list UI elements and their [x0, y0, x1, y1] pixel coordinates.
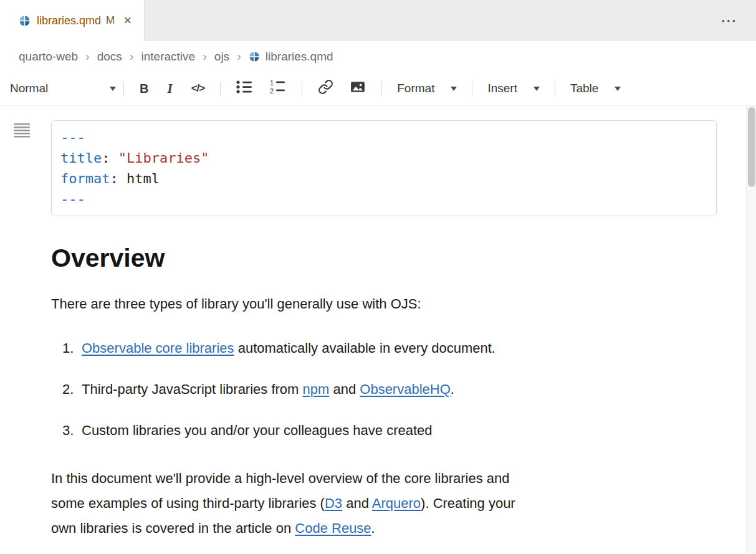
block-drag-handle-icon[interactable] [14, 122, 31, 141]
breadcrumb-separator: › [237, 49, 241, 64]
bullet-list-button[interactable] [230, 77, 259, 100]
paragraph-line: some examples of using third-party libra… [51, 491, 717, 516]
paragraph-style-select[interactable]: Normal [9, 82, 116, 95]
image-icon [350, 79, 366, 98]
format-menu-label: Format [397, 82, 434, 95]
breadcrumb-separator: › [85, 49, 90, 64]
yaml-entry-title: title: "Libraries" [60, 148, 707, 168]
toolbar-divider [302, 82, 302, 96]
link-icon [318, 79, 333, 98]
yaml-open-fence: --- [60, 127, 707, 148]
list-number: 3. [62, 421, 82, 440]
yaml-entry-format: format: html [60, 168, 707, 189]
doc-link[interactable]: ObservableHQ [360, 381, 451, 397]
list-item: 1. Observable core libraries automatical… [62, 338, 717, 358]
breadcrumb: quarto-web › docs › interactive › ojs › … [0, 41, 756, 72]
text-run: automatically available in every documen… [234, 340, 495, 356]
list-item: 2. Third-party JavaScript libraries from… [62, 380, 717, 399]
doc-link[interactable]: Code Reuse [295, 520, 371, 536]
list-item-text: Observable core libraries automatically … [82, 338, 495, 358]
breadcrumb-separator: › [130, 49, 134, 64]
bold-button[interactable]: B [133, 79, 155, 98]
tab-title: libraries.qmd [37, 14, 101, 27]
breadcrumb-separator: › [203, 49, 207, 64]
text-run: and [329, 381, 360, 397]
close-tab-icon[interactable]: × [123, 14, 132, 27]
text-run: own libraries is covered in the article … [51, 520, 295, 536]
doc-link[interactable]: D3 [325, 495, 342, 511]
scrollbar-thumb[interactable] [748, 107, 755, 187]
chevron-down-icon [451, 87, 457, 91]
chevron-down-icon [615, 87, 621, 91]
table-menu-label: Table [570, 82, 598, 95]
bullet-list-icon [236, 79, 253, 98]
list-item-text: Custom libraries you and/or your colleag… [82, 421, 433, 440]
tabbar-empty-space [145, 0, 702, 41]
text-run: . [371, 520, 375, 536]
text-run: . [451, 381, 454, 397]
text-run: ). Creating your [421, 495, 515, 511]
quarto-icon [249, 51, 260, 62]
vertical-scrollbar[interactable] [746, 106, 756, 554]
insert-link-button[interactable] [312, 77, 340, 100]
yaml-close-fence: --- [60, 189, 707, 209]
numbered-list-icon: 1 2 [269, 79, 286, 98]
list-number: 1. [62, 338, 82, 358]
breadcrumb-file-label: libraries.qmd [266, 50, 333, 64]
format-menu[interactable]: Format [393, 79, 461, 98]
paragraph-line: In this document we'll provide a high-le… [51, 466, 717, 491]
code-button[interactable]: </> [185, 80, 211, 97]
heading-overview: Overview [51, 244, 717, 272]
quarto-icon [19, 15, 31, 27]
breadcrumb-item-interactive[interactable]: interactive [141, 50, 196, 64]
editor-canvas[interactable]: --- title: "Libraries" format: html --- … [0, 106, 756, 554]
list-item: 3. Custom libraries you and/or your coll… [62, 421, 717, 440]
doc-link[interactable]: npm [303, 381, 330, 397]
document-body[interactable]: --- title: "Libraries" format: html --- … [0, 106, 756, 541]
editor-tab[interactable]: libraries.qmd M × [0, 0, 145, 41]
formatting-toolbar: Normal B I </> 1 2 [0, 72, 756, 106]
text-run: Third-party JavaScript libraries from [82, 381, 303, 397]
italic-button[interactable]: I [158, 79, 181, 99]
toolbar-divider [123, 82, 124, 96]
modified-badge: M [106, 14, 115, 27]
ordered-list: 1. Observable core libraries automatical… [51, 338, 717, 440]
text-run: some examples of using third-party libra… [51, 495, 325, 511]
yaml-metadata-block[interactable]: --- title: "Libraries" format: html --- [51, 120, 717, 216]
doc-link[interactable]: Observable core libraries [82, 340, 234, 356]
table-menu[interactable]: Table [567, 79, 624, 98]
breadcrumb-item-ojs[interactable]: ojs [214, 50, 229, 64]
doc-link[interactable]: Arquero [372, 495, 421, 511]
intro-paragraph: There are three types of library you'll … [51, 295, 717, 313]
numbered-list-button[interactable]: 1 2 [263, 77, 292, 100]
list-number: 2. [62, 380, 82, 399]
chevron-down-icon [534, 87, 540, 91]
paragraph-style-value: Normal [10, 82, 48, 95]
text-run: Custom libraries you and/or your colleag… [82, 423, 433, 438]
list-item-text: Third-party JavaScript libraries from np… [82, 380, 454, 399]
text-run: and [342, 495, 372, 511]
breadcrumb-item-docs[interactable]: docs [97, 50, 122, 64]
breadcrumb-item-quarto-web[interactable]: quarto-web [19, 50, 78, 64]
closing-paragraph: In this document we'll provide a high-le… [51, 466, 717, 541]
insert-menu[interactable]: Insert [484, 79, 543, 98]
text-run: In this document we'll provide a high-le… [51, 470, 509, 486]
svg-text:2: 2 [270, 87, 274, 95]
more-actions-icon[interactable]: ⋯ [702, 12, 756, 29]
toolbar-divider [472, 82, 472, 96]
toolbar-divider [381, 82, 382, 96]
quarto-visual-editor-window: libraries.qmd M × ⋯ quarto-web › docs › … [0, 0, 756, 554]
svg-text:1: 1 [270, 79, 274, 87]
breadcrumb-current-file[interactable]: libraries.qmd [249, 50, 333, 64]
toolbar-divider [555, 82, 555, 96]
insert-image-button[interactable] [343, 77, 372, 100]
tab-bar: libraries.qmd M × ⋯ [0, 0, 756, 41]
toolbar-divider [220, 82, 221, 96]
insert-menu-label: Insert [487, 82, 517, 95]
paragraph-line: own libraries is covered in the article … [51, 516, 717, 541]
chevron-down-icon [110, 87, 116, 91]
